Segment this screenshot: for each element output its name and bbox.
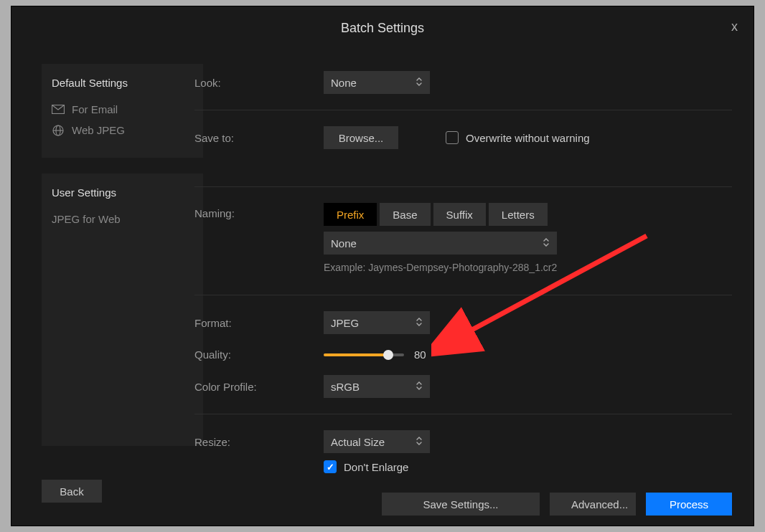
naming-label: Naming: bbox=[194, 203, 324, 219]
format-dropdown[interactable]: JPEG bbox=[324, 311, 430, 334]
divider bbox=[194, 186, 732, 187]
main-panel: Look: None Save to: Browse... Overwrite … bbox=[194, 49, 754, 526]
dont-enlarge-label: Don't Enlarge bbox=[344, 461, 408, 473]
sidebar-item-label: JPEG for Web bbox=[52, 213, 121, 225]
tab-base[interactable]: Base bbox=[380, 203, 430, 226]
naming-value: None bbox=[331, 237, 357, 250]
overwrite-label: Overwrite without warning bbox=[466, 132, 590, 144]
naming-tabs: Prefix Base Suffix Letters bbox=[324, 203, 557, 226]
naming-dropdown[interactable]: None bbox=[324, 232, 557, 255]
tab-letters[interactable]: Letters bbox=[489, 203, 548, 226]
batch-settings-dialog: Batch Settings x Default Settings For Em… bbox=[11, 6, 754, 526]
overwrite-checkbox[interactable] bbox=[446, 131, 459, 144]
quality-slider[interactable] bbox=[324, 353, 404, 356]
divider bbox=[194, 295, 732, 295]
save-to-label: Save to: bbox=[194, 132, 324, 144]
default-settings-title: Default Settings bbox=[52, 77, 193, 89]
divider bbox=[194, 414, 732, 414]
color-profile-value: sRGB bbox=[331, 381, 360, 393]
quality-label: Quality: bbox=[194, 348, 324, 361]
look-label: Look: bbox=[194, 77, 324, 89]
process-button[interactable]: Process bbox=[646, 493, 732, 516]
resize-label: Resize: bbox=[194, 436, 324, 448]
user-settings-group: User Settings JPEG for Web bbox=[42, 174, 203, 446]
titlebar: Batch Settings x bbox=[11, 6, 754, 49]
sidebar-item-jpeg-for-web[interactable]: JPEG for Web bbox=[52, 209, 193, 229]
format-value: JPEG bbox=[331, 317, 359, 329]
divider bbox=[194, 110, 732, 110]
look-dropdown[interactable]: None bbox=[324, 71, 430, 94]
sidebar: Default Settings For Email Web JPEG User… bbox=[11, 49, 194, 526]
color-profile-label: Color Profile: bbox=[194, 381, 324, 393]
footer-buttons: Save Settings... Advanced... Process bbox=[382, 493, 732, 516]
chevron-updown-icon bbox=[416, 381, 423, 393]
chevron-updown-icon bbox=[543, 237, 550, 250]
dont-enlarge-checkbox[interactable] bbox=[324, 460, 337, 473]
dialog-title: Batch Settings bbox=[341, 21, 424, 36]
quality-value: 80 bbox=[414, 348, 426, 361]
sidebar-item-label: Web JPEG bbox=[72, 124, 125, 136]
chevron-updown-icon bbox=[416, 436, 423, 448]
user-settings-title: User Settings bbox=[52, 186, 193, 199]
back-button[interactable]: Back bbox=[42, 480, 102, 503]
format-label: Format: bbox=[194, 317, 324, 329]
advanced-button[interactable]: Advanced... bbox=[550, 493, 636, 516]
resize-value: Actual Size bbox=[331, 436, 385, 448]
mail-icon bbox=[52, 105, 65, 115]
chevron-updown-icon bbox=[416, 77, 423, 89]
save-settings-button[interactable]: Save Settings... bbox=[382, 493, 540, 516]
sidebar-item-web-jpeg[interactable]: Web JPEG bbox=[52, 120, 193, 141]
tab-suffix[interactable]: Suffix bbox=[433, 203, 486, 226]
close-icon[interactable]: x bbox=[731, 19, 738, 34]
slider-thumb[interactable] bbox=[383, 350, 393, 360]
globe-icon bbox=[52, 125, 65, 136]
tab-prefix[interactable]: Prefix bbox=[324, 203, 377, 226]
chevron-updown-icon bbox=[416, 317, 423, 329]
default-settings-group: Default Settings For Email Web JPEG bbox=[42, 64, 203, 158]
sidebar-item-label: For Email bbox=[72, 103, 118, 115]
color-profile-dropdown[interactable]: sRGB bbox=[324, 375, 430, 398]
naming-example: Example: Jaymes-Dempsey-Photography-288_… bbox=[324, 262, 557, 273]
look-value: None bbox=[331, 77, 357, 89]
browse-button[interactable]: Browse... bbox=[324, 126, 398, 149]
resize-dropdown[interactable]: Actual Size bbox=[324, 430, 430, 453]
sidebar-item-for-email[interactable]: For Email bbox=[52, 99, 193, 120]
